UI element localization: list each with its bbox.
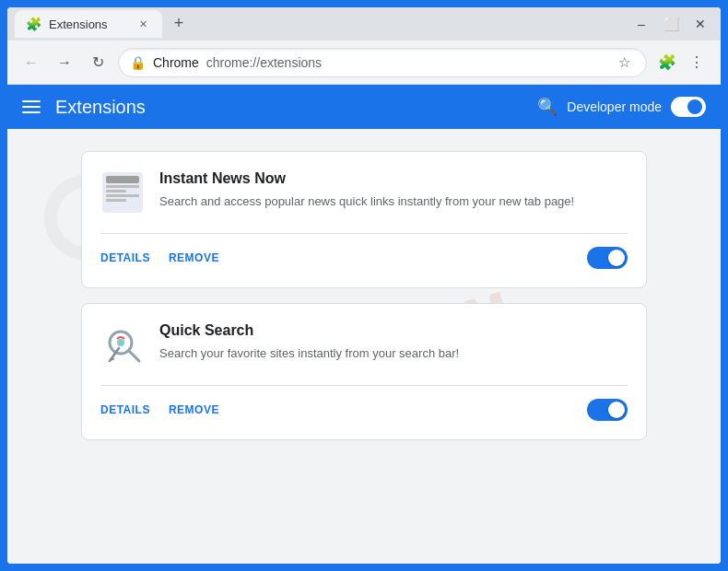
omnibox-url: chrome://extensions (206, 55, 322, 70)
remove-button-quick-search[interactable]: REMOVE (169, 400, 219, 420)
developer-mode-toggle[interactable] (671, 97, 706, 117)
extension-name-instant-news-now: Instant News Now (159, 170, 574, 187)
extensions-icon[interactable]: 🧩 (654, 50, 680, 76)
extension-info-quick-search: Quick Search Search your favorite sites … (159, 322, 459, 363)
toggle-knob (687, 99, 702, 114)
tab-label: Extensions (49, 17, 108, 31)
extension-description-quick-search: Search your favorite sites instantly fro… (159, 344, 459, 363)
browser-tab[interactable]: 🧩 Extensions ✕ (15, 10, 162, 38)
extension-name-quick-search: Quick Search (159, 322, 459, 339)
title-bar: 🧩 Extensions ✕ + – ⬜ ✕ (7, 7, 721, 41)
lock-icon: 🔒 (130, 55, 146, 70)
new-tab-button[interactable]: + (166, 10, 192, 36)
window-inner: 🧩 Extensions ✕ + – ⬜ ✕ ← → (7, 7, 721, 564)
details-button-quick-search[interactable]: DETAILS (100, 400, 150, 420)
omnibox-actions: ☆ (613, 52, 635, 74)
extension-icon-quick-search (100, 322, 145, 367)
developer-mode-area: 🔍 Developer mode (537, 97, 706, 117)
close-button[interactable]: ✕ (687, 11, 713, 37)
bookmark-icon[interactable]: ☆ (613, 52, 635, 74)
window-controls: – ⬜ ✕ (628, 11, 713, 37)
extension-info-instant-news-now: Instant News Now Search and access popul… (159, 170, 574, 211)
toggle-knob-quick-search (608, 402, 625, 418)
omnibox-site: Chrome (153, 55, 199, 70)
search-extensions-icon[interactable]: 🔍 (537, 97, 558, 117)
quick-search-icon-graphic (102, 324, 143, 365)
extension-description-instant-news-now: Search and access popular news quick lin… (159, 192, 574, 211)
omnibox[interactable]: 🔒 Chrome chrome://extensions ☆ (118, 48, 647, 77)
tab-close-button[interactable]: ✕ (135, 16, 151, 32)
forward-button[interactable]: → (52, 50, 77, 76)
enable-toggle-quick-search[interactable] (587, 399, 628, 421)
toolbar-extras: 🧩 ⋮ (654, 50, 710, 76)
svg-line-3 (129, 351, 139, 361)
extensions-page-title: Extensions (55, 97, 146, 118)
hamburger-menu[interactable] (22, 100, 41, 113)
tab-bar: 🧩 Extensions ✕ + (15, 10, 192, 38)
toggle-knob-instant-news-now (608, 250, 625, 266)
main-content: FISCHCOM (7, 129, 721, 564)
minimize-button[interactable]: – (628, 11, 654, 37)
extension-tab-icon: 🧩 (26, 17, 41, 31)
back-button[interactable]: ← (18, 50, 44, 76)
remove-button-instant-news-now[interactable]: REMOVE (169, 248, 219, 268)
details-button-instant-news-now[interactable]: DETAILS (100, 248, 150, 268)
window-frame: 🧩 Extensions ✕ + – ⬜ ✕ ← → (0, 0, 728, 571)
extension-icon-instant-news-now (100, 170, 145, 215)
maximize-button[interactable]: ⬜ (658, 11, 684, 37)
address-bar: ← → ↻ 🔒 Chrome chrome://extensions ☆ 🧩 ⋮ (7, 41, 721, 85)
reload-button[interactable]: ↻ (85, 50, 111, 76)
developer-mode-label: Developer mode (567, 99, 662, 114)
enable-toggle-instant-news-now[interactable] (587, 247, 628, 269)
extensions-header: Extensions 🔍 Developer mode (7, 85, 721, 129)
extension-card-quick-search: Quick Search Search your favorite sites … (81, 303, 647, 440)
news-icon-graphic (102, 172, 143, 213)
settings-icon[interactable]: ⋮ (684, 50, 710, 76)
extension-card-instant-news-now: Instant News Now Search and access popul… (81, 151, 647, 288)
svg-point-5 (117, 339, 124, 346)
